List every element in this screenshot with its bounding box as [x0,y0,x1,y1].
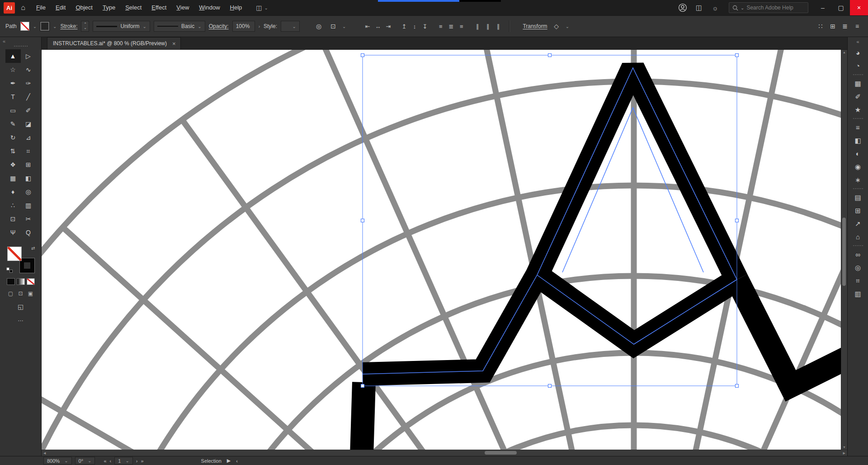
workspace-switcher[interactable]: ◫ ⌄ [256,4,268,11]
prev-artboard-icon[interactable]: ‹ [110,458,112,464]
menu-help[interactable]: Help [225,0,247,15]
navigator-panel-icon[interactable]: ◎ [850,261,866,274]
stroke-swatch[interactable] [40,22,49,31]
vertical-scrollbar[interactable]: ▲ ▼ [841,50,847,450]
distribute-center-icon[interactable]: ≣ [446,21,456,31]
back-icon[interactable]: ‹ [236,458,238,464]
chevron-down-icon[interactable]: ⌄ [33,24,37,29]
zoom-level-select[interactable]: 800% ⌄ [43,457,72,465]
opacity-input[interactable]: 100% [232,21,255,32]
recolor-artwork-icon[interactable]: ◎ [313,21,324,32]
scroll-down-icon[interactable]: ▼ [843,446,846,449]
pathfinder-panel-icon[interactable]: ⌗ [850,274,866,287]
stroke-panel-icon[interactable]: ≡ [850,121,866,134]
search-input[interactable] [746,5,805,11]
color-button[interactable] [7,278,15,285]
shape-options-icon[interactable]: ◇ [551,21,562,32]
swatches-panel-icon[interactable]: ▦ [850,77,866,90]
gradient-tool[interactable]: ◧ [21,171,36,185]
first-artboard-icon[interactable]: « [104,458,106,464]
transform-label[interactable]: Transform [523,23,547,29]
links-panel-icon[interactable]: ∞ [850,248,866,261]
settings-list-icon[interactable]: ≣ [840,21,850,32]
symbols-panel-icon[interactable]: ★ [850,103,866,116]
scroll-right-icon[interactable]: ▶ [843,451,845,455]
menu-effect[interactable]: Effect [146,0,171,15]
stroke-label[interactable]: Stroke: [60,23,77,29]
app-logo-icon[interactable]: Ai [4,2,15,14]
hand-tool[interactable]: Ψ [5,226,21,239]
menu-edit[interactable]: Edit [51,0,71,15]
distribute-top-icon[interactable]: ≡ [435,21,446,31]
distribute-left-icon[interactable]: ∥ [472,21,482,31]
perspective-grid-tool[interactable]: ⊞ [21,158,36,171]
collapse-dock-icon[interactable]: « [3,38,5,44]
free-transform-tool[interactable]: ⌗ [21,144,36,158]
expand-panels-icon[interactable]: « [856,39,859,44]
tab-close-icon[interactable]: × [172,40,176,47]
stroke-weight-stepper[interactable]: ⌃ ⌄ [81,21,89,32]
chevron-right-icon[interactable]: › [259,24,260,29]
rectangle-tool[interactable]: ▭ [5,104,21,117]
eraser-tool[interactable]: ◪ [21,117,36,131]
lightbulb-icon[interactable]: ☼ [707,0,723,15]
asset-export-panel-icon[interactable]: ↗ [850,217,866,230]
fill-swatch[interactable] [20,22,29,31]
object-options-icon[interactable]: ⊡ [328,21,339,32]
paintbrush-tool[interactable]: ✐ [21,104,36,117]
panel-toggle-icon[interactable]: ◫ [691,0,707,15]
zoom-tool[interactable]: Q [21,226,36,239]
menu-file[interactable]: File [31,0,51,15]
vertical-align-bottom-icon[interactable]: ↧ [420,21,430,31]
distribute-bottom-icon[interactable]: ≡ [456,21,467,31]
panel-menu-icon[interactable]: ≡ [852,21,863,32]
minimize-button[interactable]: – [814,0,832,15]
close-button[interactable]: × [850,0,868,15]
vertical-align-top-icon[interactable]: ↥ [399,21,409,31]
play-icon[interactable]: ▶ [227,458,231,464]
line-segment-tool[interactable]: ╱ [21,90,36,104]
brushes-panel-icon[interactable]: ✐ [850,90,866,103]
pen-tool[interactable]: ✒ [5,76,21,90]
vertical-align-center-icon[interactable]: ↕ [409,21,420,31]
column-graph-tool[interactable]: ▥ [21,199,36,212]
pencil-tool[interactable]: ✎ [5,117,21,131]
libraries-panel-icon[interactable]: ⌂ [850,230,866,243]
curvature-tool[interactable]: ✑ [21,76,36,90]
chevron-down-icon[interactable]: ⌄ [566,24,569,29]
lasso-tool[interactable]: ∿ [21,63,36,76]
menu-window[interactable]: Window [194,0,225,15]
symbol-sprayer-tool[interactable]: ∴ [5,199,21,212]
distribute-right-icon[interactable]: ∥ [493,21,503,31]
style-select[interactable]: ⌄ [281,21,300,32]
direct-selection-tool[interactable]: ▷ [21,49,36,63]
selection-tool[interactable]: ▲ [5,49,21,63]
account-icon[interactable] [675,0,691,15]
type-tool[interactable]: T [5,90,21,104]
appearance-panel-icon[interactable]: ◉ [850,160,866,173]
chevron-down-icon[interactable]: ⌄ [342,24,346,29]
rotate-tool[interactable]: ↻ [5,131,21,144]
artwork[interactable] [42,50,841,450]
menu-type[interactable]: Type [98,0,120,15]
scroll-up-icon[interactable]: ▲ [843,51,846,54]
magic-wand-tool[interactable]: ☆ [5,63,21,76]
artboards-panel-icon[interactable]: ⊞ [850,204,866,217]
color-panel-icon[interactable]: ◕ [850,46,866,59]
eyedropper-tool[interactable]: ♦ [5,185,21,199]
menu-select[interactable]: Select [120,0,146,15]
slice-tool[interactable]: ✂ [21,212,36,226]
next-artboard-icon[interactable]: › [136,458,138,464]
horizontal-align-right-icon[interactable]: ⇥ [383,21,393,31]
gradient-button[interactable] [17,278,25,285]
brush-definition-select[interactable]: Basic ⌄ [154,21,205,32]
artboard-canvas[interactable] [42,50,841,450]
panel-layout-icon[interactable]: ⊞ [827,21,838,32]
panel-grip[interactable] [14,46,28,47]
menu-object[interactable]: Object [71,0,98,15]
draw-behind-mode[interactable]: ⊡ [16,290,25,297]
stroke-color-swatch[interactable] [20,258,34,273]
swap-fill-stroke-icon[interactable]: ⇄ [31,246,35,251]
fill-color-swatch[interactable] [7,247,22,261]
horizontal-scroll-thumb[interactable] [485,451,517,455]
